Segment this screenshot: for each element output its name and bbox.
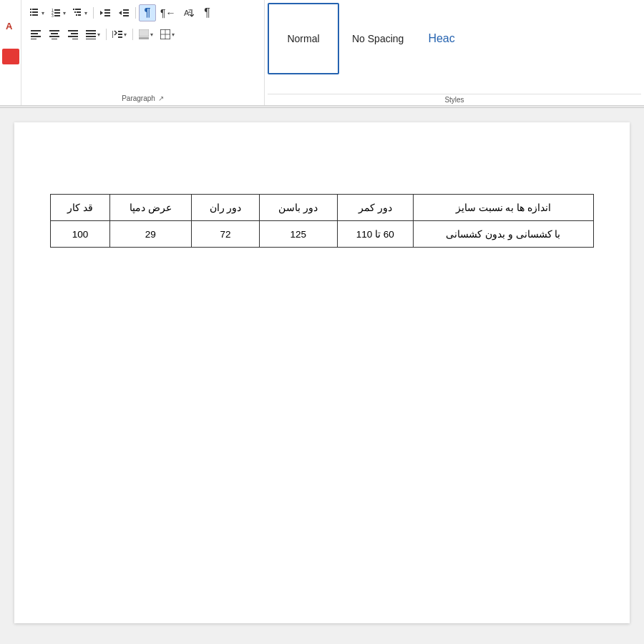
table-cell-0-0: با کشسانی و بدون کشسانی xyxy=(413,221,593,248)
font-size-icon[interactable]: Aᵃ xyxy=(2,4,19,47)
svg-rect-26 xyxy=(123,12,129,14)
align-left-button[interactable] xyxy=(27,26,44,43)
table-cell-0-1: 60 تا 110 xyxy=(337,221,413,248)
svg-rect-31 xyxy=(31,33,38,34)
svg-text:Z: Z xyxy=(188,9,192,14)
multilevel-dropdown-arrow: ▾ xyxy=(84,10,87,16)
svg-rect-40 xyxy=(68,36,78,37)
borders-button[interactable]: ▾ xyxy=(157,26,177,43)
svg-rect-45 xyxy=(86,39,96,39)
decrease-indent-button[interactable] xyxy=(97,4,114,21)
svg-rect-2 xyxy=(30,9,31,10)
numbered-list-dropdown-arrow: ▾ xyxy=(63,10,66,16)
svg-rect-38 xyxy=(68,30,78,31)
svg-text:3: 3 xyxy=(52,14,54,18)
style-no-spacing-label: No Spacing xyxy=(352,33,404,44)
svg-rect-46 xyxy=(118,31,122,32)
table-header-col-5: قد کار xyxy=(51,195,110,221)
table-cell-0-5: 100 xyxy=(51,221,110,248)
svg-rect-14 xyxy=(73,9,74,10)
svg-text:ᵃ: ᵃ xyxy=(9,24,11,31)
bullets-button[interactable]: ▾ xyxy=(27,4,47,21)
svg-marker-24 xyxy=(119,11,122,15)
style-heading[interactable]: Heac xyxy=(416,3,466,74)
svg-rect-39 xyxy=(71,33,78,34)
document-page: اندازه ها به نسبت سایز دور کمر دور باسن … xyxy=(14,122,630,623)
svg-rect-44 xyxy=(86,36,96,37)
svg-rect-17 xyxy=(77,11,81,13)
divider-2 xyxy=(135,7,136,19)
svg-rect-50 xyxy=(139,37,149,39)
svg-rect-47 xyxy=(118,34,122,35)
align-right-button[interactable] xyxy=(64,26,82,43)
align-center-button[interactable] xyxy=(46,26,63,43)
numbered-list-button[interactable]: 123 ▾ xyxy=(49,4,69,21)
ribbon: Aᵃ ▾ 123 ▾ ▾ xyxy=(0,0,644,106)
font-section: Aᵃ xyxy=(0,0,21,105)
svg-rect-4 xyxy=(30,11,31,13)
svg-rect-22 xyxy=(104,12,110,14)
paragraph-label: Paragraph ↗ xyxy=(122,94,164,102)
svg-rect-34 xyxy=(49,30,59,31)
svg-rect-19 xyxy=(78,14,81,16)
shading-dropdown-arrow: ▾ xyxy=(150,31,153,38)
styles-label: Styles xyxy=(268,94,641,104)
multilevel-list-button[interactable]: ▾ xyxy=(70,4,90,21)
svg-rect-5 xyxy=(32,11,38,13)
style-normal[interactable]: Normal xyxy=(268,3,339,74)
increase-indent-button[interactable] xyxy=(115,4,132,21)
table-cell-0-3: 72 xyxy=(191,221,259,248)
paragraph-row-2: ▾ ▾ ▾ ▾ xyxy=(27,26,216,43)
paragraph-expand-icon[interactable]: ↗ xyxy=(158,94,164,102)
svg-rect-41 xyxy=(72,39,78,39)
data-table: اندازه ها به نسبت سایز دور کمر دور باسن … xyxy=(50,194,594,248)
svg-rect-11 xyxy=(54,12,60,14)
table-header-col-4: عرض دمپا xyxy=(109,195,191,221)
table-header-row: اندازه ها به نسبت سایز دور کمر دور باسن … xyxy=(51,195,594,221)
svg-rect-15 xyxy=(75,9,81,10)
svg-rect-16 xyxy=(74,11,76,13)
line-spacing-button[interactable]: ▾ xyxy=(109,26,130,43)
svg-rect-49 xyxy=(139,29,149,36)
divider-4 xyxy=(132,29,133,40)
svg-rect-30 xyxy=(31,30,41,31)
rtl-paragraph-button[interactable]: ¶← xyxy=(157,4,179,21)
svg-rect-37 xyxy=(52,39,57,39)
document-area: اندازه ها به نسبت سایز دور کمر دور باسن … xyxy=(0,108,644,644)
style-heading-label: Heac xyxy=(428,32,454,45)
style-normal-label: Normal xyxy=(287,33,319,44)
svg-rect-33 xyxy=(31,39,36,39)
divider-1 xyxy=(93,7,94,19)
sort-button[interactable]: AZ xyxy=(180,4,197,21)
svg-rect-6 xyxy=(30,14,31,16)
style-no-spacing[interactable]: No Spacing xyxy=(341,3,415,74)
svg-rect-3 xyxy=(32,9,38,10)
svg-rect-27 xyxy=(123,15,129,16)
show-marks-button[interactable]: ¶ xyxy=(139,4,156,21)
svg-rect-43 xyxy=(86,33,96,34)
paragraph-tools: ▾ 123 ▾ ▾ xyxy=(27,3,216,104)
justify-button[interactable]: ▾ xyxy=(83,26,103,43)
shading-button[interactable]: ▾ xyxy=(136,26,156,43)
svg-rect-25 xyxy=(123,9,129,11)
bullets-dropdown-arrow: ▾ xyxy=(42,10,44,16)
table-header-col-3: دور ران xyxy=(191,195,259,221)
table-cell-0-2: 125 xyxy=(259,221,337,248)
svg-marker-20 xyxy=(100,11,103,15)
svg-rect-13 xyxy=(54,15,60,16)
table-header-col-1: دور کمر xyxy=(337,195,413,221)
styles-section: Normal No Spacing Heac Styles xyxy=(265,0,644,105)
paragraph-row-1: ▾ 123 ▾ ▾ xyxy=(27,4,216,21)
paragraph-section: ▾ 123 ▾ ▾ xyxy=(21,0,265,105)
svg-rect-42 xyxy=(86,30,96,31)
svg-rect-35 xyxy=(51,33,58,34)
borders-dropdown-arrow: ▾ xyxy=(172,31,175,38)
svg-rect-36 xyxy=(49,36,59,37)
table-header-col-2: دور باسن xyxy=(259,195,337,221)
styles-row: Normal No Spacing Heac xyxy=(268,3,641,92)
svg-rect-32 xyxy=(31,36,41,37)
pilcrow-button[interactable]: ¶ xyxy=(199,4,216,21)
justify-dropdown-arrow: ▾ xyxy=(97,31,100,38)
svg-rect-7 xyxy=(32,14,38,16)
svg-rect-18 xyxy=(76,14,77,16)
